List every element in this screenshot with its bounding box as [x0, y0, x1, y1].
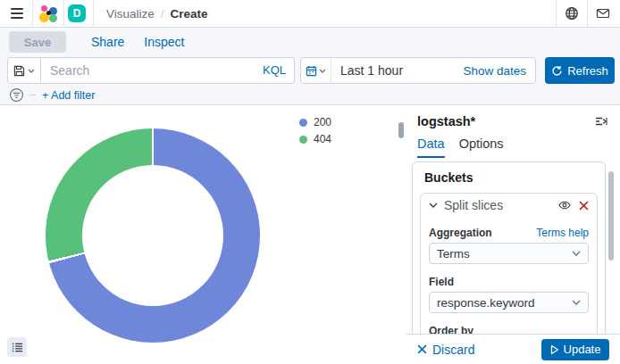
breadcrumb-separator: / [161, 7, 164, 21]
chart-legend: 200 404 [299, 116, 331, 145]
save-icon [13, 65, 25, 77]
calendar-icon [306, 65, 317, 77]
visualization-canvas: 200 404 [0, 106, 406, 364]
filter-bar: + Add filter [0, 85, 620, 105]
collapse-panel-icon [595, 115, 607, 128]
aggregation-label: Aggregation [429, 227, 492, 239]
vis-editor-sidebar: logstash* Data Options Buckets Split sli… [406, 106, 620, 364]
refresh-label: Refresh [567, 64, 608, 78]
refresh-icon [551, 65, 563, 77]
split-slices-section: Split slices [420, 193, 598, 334]
menu-button[interactable] [5, 2, 29, 25]
collapse-sidebar-button[interactable] [593, 113, 609, 129]
date-quick-select-button[interactable] [301, 58, 331, 83]
chevron-down-icon [572, 251, 581, 256]
filter-divider [29, 95, 36, 95]
legend-label-404: 404 [314, 133, 331, 145]
sidebar-tabs: Data Options [417, 136, 504, 158]
refresh-button[interactable]: Refresh [545, 57, 615, 84]
saved-query-menu-button[interactable] [7, 57, 41, 84]
order-by-row-head: Order by [429, 325, 589, 334]
legend-item-404[interactable]: 404 [299, 133, 331, 145]
buckets-panel: Buckets Split slices [412, 161, 606, 334]
nav-divider [32, 0, 33, 28]
breadcrumb-create: Create [171, 7, 208, 21]
sidebar-header: logstash* [406, 106, 620, 129]
order-by-label: Order by [429, 325, 473, 334]
hamburger-icon [11, 8, 23, 19]
feedback-button[interactable] [591, 2, 615, 25]
legend-toggle-icon [12, 342, 23, 353]
legend-swatch-200 [299, 119, 307, 127]
aggregation-row-head: Aggregation Terms help [429, 227, 589, 239]
filter-icon[interactable] [9, 87, 24, 103]
remove-x-icon [579, 201, 589, 211]
discard-button[interactable]: Discard [417, 343, 474, 357]
nav-divider [587, 0, 588, 28]
legend-swatch-404 [299, 136, 307, 144]
split-slices-actions [558, 199, 589, 211]
field-value: response.keyword [437, 296, 572, 310]
sidebar-scrollbar[interactable] [608, 171, 614, 261]
donut-chart[interactable] [46, 128, 260, 343]
buckets-title: Buckets [420, 170, 598, 185]
show-dates-button[interactable]: Show dates [463, 64, 526, 78]
field-select[interactable]: response.keyword [429, 292, 589, 313]
toggle-visibility-button[interactable] [558, 199, 571, 211]
discard-label: Discard [432, 343, 474, 357]
tab-data[interactable]: Data [417, 136, 445, 158]
donut-hole [82, 165, 223, 306]
inspect-button[interactable]: Inspect [144, 35, 184, 49]
query-bar: KQL Last 1 hour Show dates Refresh [0, 56, 620, 85]
date-picker: Last 1 hour Show dates [300, 57, 536, 84]
play-icon [550, 344, 559, 355]
add-filter-button[interactable]: + Add filter [42, 89, 95, 102]
eye-icon [558, 199, 571, 211]
update-label: Update [564, 343, 601, 356]
index-pattern-title: logstash* [417, 114, 475, 128]
share-button[interactable]: Share [91, 35, 124, 49]
update-button[interactable]: Update [541, 339, 609, 360]
globe-button[interactable] [560, 2, 583, 25]
sidebar-footer: Discard Update [406, 334, 620, 364]
legend-item-200[interactable]: 200 [299, 116, 331, 128]
field-row-head: Field [429, 276, 589, 288]
chevron-down-icon [319, 69, 326, 73]
query-language-button[interactable]: KQL [263, 63, 286, 77]
kibana-visualize-app: D Visualize / Create Save Shar [0, 0, 620, 364]
mail-icon [596, 6, 610, 21]
space-avatar[interactable]: D [68, 4, 86, 22]
split-slices-header[interactable]: Split slices [421, 194, 597, 217]
field-label: Field [429, 276, 454, 288]
time-range-value[interactable]: Last 1 hour [340, 63, 403, 78]
nav-divider [93, 0, 94, 28]
remove-bucket-button[interactable] [579, 201, 589, 211]
chevron-down-icon [572, 300, 581, 305]
toolbar: Save Share Inspect [0, 28, 620, 56]
chevron-down-icon [429, 203, 438, 208]
search-group: KQL [7, 57, 295, 84]
split-slices-body: Aggregation Terms help Terms Field respo… [421, 217, 597, 334]
breadcrumb: Visualize / Create [106, 7, 208, 21]
topnav-right-section [552, 0, 615, 28]
split-slices-label: Split slices [444, 198, 503, 212]
elastic-logo-icon [38, 4, 58, 23]
legend-toggle-button[interactable] [7, 337, 27, 357]
panel-resize-handle[interactable] [398, 122, 404, 138]
aggregation-select[interactable]: Terms [429, 243, 589, 264]
nav-divider [556, 0, 557, 28]
header-block: Save Share Inspect KQL [0, 28, 620, 105]
tab-options[interactable]: Options [459, 136, 504, 158]
sidebar-scroll-area[interactable]: Buckets Split slices [406, 161, 620, 334]
search-input[interactable] [41, 57, 295, 84]
chevron-down-icon [28, 69, 35, 73]
aggregation-value: Terms [437, 247, 572, 261]
discard-x-icon [417, 344, 427, 354]
top-navigation-bar: D Visualize / Create [0, 0, 620, 28]
home-button[interactable] [37, 2, 60, 25]
terms-help-link[interactable]: Terms help [536, 227, 589, 239]
save-button[interactable]: Save [9, 31, 66, 53]
legend-label-200: 200 [314, 116, 331, 128]
breadcrumb-visualize[interactable]: Visualize [106, 7, 155, 21]
globe-icon [565, 6, 579, 21]
